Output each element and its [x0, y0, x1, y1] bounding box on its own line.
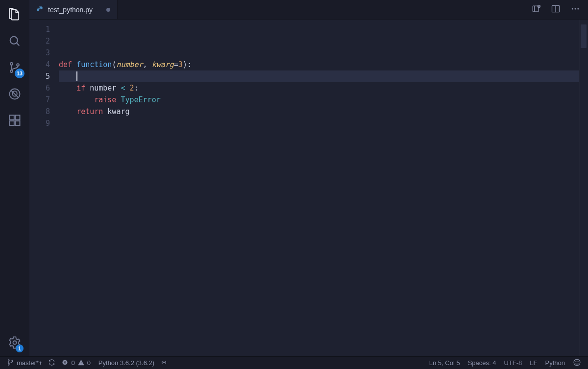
code-line[interactable]: def function(number, kwarg=3):	[59, 59, 579, 70]
code-token: ):	[183, 60, 192, 69]
language-label: Python	[545, 359, 565, 367]
svg-point-20	[80, 363, 81, 364]
editor-tab[interactable]: test_python.py	[29, 0, 118, 19]
code-line[interactable]: return kwarg	[59, 106, 579, 117]
open-changes-button[interactable]	[527, 1, 545, 19]
svg-point-15	[577, 8, 579, 10]
code-line[interactable]: if number < 2:	[59, 82, 579, 94]
line-number-gutter: 123456789	[29, 20, 59, 356]
code-token: :	[134, 84, 139, 92]
svg-rect-6	[10, 121, 14, 125]
svg-rect-7	[15, 121, 20, 125]
encoding-status[interactable]: UTF-8	[500, 357, 526, 369]
code-line[interactable]	[59, 35, 579, 47]
code-token: function	[76, 60, 112, 69]
code-line[interactable]	[59, 70, 579, 82]
code-token: TypeError	[121, 95, 160, 104]
text-cursor	[76, 71, 77, 81]
code-content[interactable]: def function(number, kwarg=3): if number…	[59, 20, 579, 356]
code-token: =	[174, 60, 178, 69]
files-icon	[8, 8, 22, 23]
svg-rect-5	[10, 115, 14, 119]
more-actions-button[interactable]	[566, 1, 584, 19]
svg-point-16	[8, 359, 10, 361]
code-token: 3	[178, 60, 183, 69]
scm-badge: 13	[15, 69, 24, 78]
python-file-icon	[36, 6, 44, 14]
activity-bar: 13 1	[0, 0, 29, 356]
code-token: <	[121, 84, 129, 92]
git-branch-status[interactable]: master*+	[3, 357, 46, 369]
tab-filename: test_python.py	[48, 6, 93, 14]
code-token: kwarg	[152, 60, 174, 69]
svg-point-24	[578, 361, 578, 362]
extensions-icon	[8, 114, 22, 129]
split-editor-button[interactable]	[547, 1, 564, 19]
tab-bar: test_python.py	[29, 0, 588, 20]
code-token: return	[76, 107, 107, 116]
svg-point-2	[10, 70, 13, 72]
search-icon	[8, 34, 22, 49]
line-number: 1	[29, 23, 59, 35]
code-token: if	[76, 84, 90, 92]
language-mode-status[interactable]: Python	[541, 357, 569, 369]
live-share-status[interactable]	[158, 357, 170, 369]
code-token: def	[59, 60, 76, 69]
warning-count: 0	[87, 359, 91, 367]
interpreter-label: Python 3.6.2 (3.6.2)	[98, 359, 154, 367]
encoding-label: UTF-8	[504, 359, 522, 367]
code-token	[59, 95, 94, 104]
line-number: 8	[29, 106, 59, 117]
svg-point-9	[13, 341, 17, 344]
svg-point-21	[163, 362, 165, 363]
editor-actions	[523, 0, 588, 19]
code-line[interactable]	[59, 23, 579, 35]
code-token: kwarg	[107, 107, 129, 116]
code-token	[59, 72, 76, 81]
extensions-tab[interactable]	[0, 108, 29, 134]
source-control-tab[interactable]: 13	[0, 55, 29, 81]
explorer-tab[interactable]	[0, 2, 29, 28]
status-bar: master*+ 0 0 Python 3.6.2 (3.6.2)	[0, 356, 588, 369]
settings-badge: 1	[16, 345, 24, 352]
search-tab[interactable]	[0, 28, 29, 55]
cursor-position-label: Ln 5, Col 5	[429, 359, 460, 367]
broadcast-icon	[160, 359, 168, 368]
line-number: 7	[29, 94, 59, 106]
code-token: 2	[130, 84, 134, 92]
debug-tab[interactable]	[0, 81, 29, 108]
feedback-status[interactable]	[569, 357, 585, 369]
open-preview-icon	[531, 4, 541, 15]
code-line[interactable]	[59, 47, 579, 59]
code-editor[interactable]: 123456789 def function(number, kwarg=3):…	[29, 20, 588, 356]
indentation-status[interactable]: Spaces: 4	[464, 357, 500, 369]
svg-point-17	[8, 364, 10, 365]
sync-icon	[48, 359, 55, 368]
no-bug-icon	[8, 87, 22, 102]
branch-icon	[7, 359, 14, 368]
eol-status[interactable]: LF	[526, 357, 541, 369]
git-sync-status[interactable]	[46, 357, 57, 369]
error-count: 0	[71, 359, 74, 367]
svg-point-18	[12, 360, 13, 362]
split-horizontal-icon	[551, 4, 561, 15]
code-line[interactable]	[59, 117, 579, 129]
indentation-label: Spaces: 4	[468, 359, 496, 367]
app-root: 13 1 test_python.py	[0, 0, 588, 369]
code-token: number	[116, 60, 143, 69]
python-interpreter-status[interactable]: Python 3.6.2 (3.6.2)	[95, 357, 158, 369]
problems-status[interactable]: 0 0	[57, 357, 94, 369]
dirty-indicator-icon	[106, 8, 110, 12]
minimap[interactable]	[579, 20, 588, 356]
editor-group: test_python.py	[29, 0, 588, 356]
settings-tab[interactable]: 1	[0, 330, 29, 356]
line-number: 2	[29, 35, 59, 47]
code-token: raise	[94, 95, 121, 104]
svg-point-0	[10, 36, 18, 44]
cursor-position-status[interactable]: Ln 5, Col 5	[425, 357, 464, 369]
ellipsis-icon	[570, 4, 580, 15]
minimap-slider[interactable]	[581, 24, 587, 48]
branch-name: master*+	[17, 359, 42, 367]
warning-icon	[77, 359, 85, 368]
code-line[interactable]: raise TypeError	[59, 94, 579, 106]
